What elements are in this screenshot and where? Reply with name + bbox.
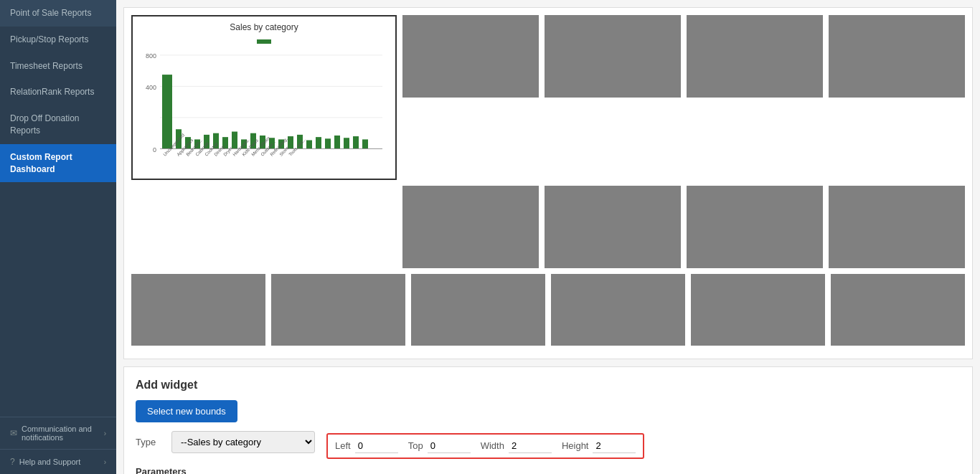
svg-rect-22 bbox=[306, 141, 312, 149]
svg-rect-28 bbox=[362, 139, 368, 148]
grid-cell-11 bbox=[411, 274, 545, 346]
left-input[interactable] bbox=[355, 439, 398, 453]
chevron-right-icon-2: › bbox=[104, 458, 106, 466]
grid-cell-12 bbox=[551, 274, 685, 346]
type-bounds-row: Type --Sales by category Sales by month … bbox=[136, 431, 961, 460]
chart-title: Sales by category bbox=[138, 22, 390, 32]
svg-text:0: 0 bbox=[153, 145, 156, 153]
grid-row-1: Sales by category 800 400 0 bbox=[131, 15, 965, 180]
grid-cell-6 bbox=[545, 186, 681, 268]
svg-rect-24 bbox=[325, 138, 331, 148]
grid-cell-4 bbox=[829, 15, 965, 98]
sidebar-item-drop-off[interactable]: Drop Off Donation Reports bbox=[0, 105, 116, 144]
svg-rect-26 bbox=[344, 138, 349, 148]
dashboard-grid: Sales by category 800 400 0 bbox=[123, 7, 973, 359]
top-field: Top bbox=[408, 439, 471, 453]
top-input[interactable] bbox=[428, 439, 471, 453]
grid-cell-14 bbox=[831, 274, 965, 346]
add-widget-section: Add widget Select new bounds Type --Sale… bbox=[123, 366, 973, 474]
svg-rect-27 bbox=[353, 136, 359, 148]
svg-rect-14 bbox=[232, 132, 237, 149]
chart-svg: 800 400 0 bbox=[138, 47, 390, 180]
bounds-box: Left Top Width Height bbox=[326, 433, 644, 459]
type-select[interactable]: --Sales by category Sales by month Inven… bbox=[171, 431, 315, 453]
sidebar-item-custom-report[interactable]: Custom Report Dashboard bbox=[0, 144, 116, 183]
sidebar-section-help[interactable]: ? Help and Support › bbox=[0, 449, 116, 474]
help-icon: ? bbox=[10, 457, 15, 467]
width-label: Width bbox=[481, 440, 504, 451]
width-field: Width bbox=[481, 439, 552, 453]
grid-row-2 bbox=[402, 186, 965, 268]
main-content: Sales by category 800 400 0 bbox=[116, 0, 980, 474]
select-bounds-button[interactable]: Select new bounds bbox=[136, 400, 237, 422]
grid-row-1-right bbox=[402, 15, 965, 98]
height-input[interactable] bbox=[593, 439, 636, 453]
sidebar-item-timesheet[interactable]: Timesheet Reports bbox=[0, 53, 116, 80]
grid-cell-1 bbox=[402, 15, 539, 98]
height-field: Height bbox=[562, 439, 636, 453]
grid-cell-9 bbox=[131, 274, 265, 346]
grid-cell-10 bbox=[271, 274, 405, 346]
height-label: Height bbox=[562, 440, 589, 451]
grid-row-3 bbox=[131, 274, 965, 346]
grid-cell-3 bbox=[687, 15, 823, 98]
email-icon: ✉ bbox=[10, 428, 17, 438]
chevron-right-icon: › bbox=[104, 430, 106, 437]
svg-rect-25 bbox=[334, 136, 340, 149]
chart-legend bbox=[138, 35, 390, 46]
grid-cell-13 bbox=[691, 274, 825, 346]
svg-rect-23 bbox=[316, 137, 321, 148]
grid-cell-8 bbox=[829, 186, 965, 268]
grid-cell-2 bbox=[545, 15, 681, 98]
grid-cell-5 bbox=[402, 186, 539, 268]
svg-rect-7 bbox=[162, 75, 172, 148]
type-label: Type bbox=[136, 437, 164, 447]
sidebar-item-point-of-sale[interactable]: Point of Sale Reports bbox=[0, 0, 116, 27]
left-label: Left bbox=[335, 440, 351, 451]
sidebar: Point of Sale Reports Pickup/Stop Report… bbox=[0, 0, 116, 474]
sidebar-section-communication[interactable]: ✉ Communication and notifications › bbox=[0, 417, 116, 449]
grid-cell-7 bbox=[687, 186, 823, 268]
sidebar-item-relation-rank[interactable]: RelationRank Reports bbox=[0, 79, 116, 105]
width-input[interactable] bbox=[509, 439, 552, 453]
sidebar-item-pickup-stop[interactable]: Pickup/Stop Reports bbox=[0, 27, 116, 53]
left-field: Left bbox=[335, 439, 398, 453]
chart-widget[interactable]: Sales by category 800 400 0 bbox=[131, 15, 397, 180]
svg-text:800: 800 bbox=[146, 52, 156, 60]
add-widget-title: Add widget bbox=[136, 379, 961, 392]
svg-text:400: 400 bbox=[146, 82, 156, 90]
params-title: Parameters bbox=[136, 466, 961, 474]
type-row: Type --Sales by category Sales by month … bbox=[136, 431, 315, 453]
top-label: Top bbox=[408, 440, 423, 451]
